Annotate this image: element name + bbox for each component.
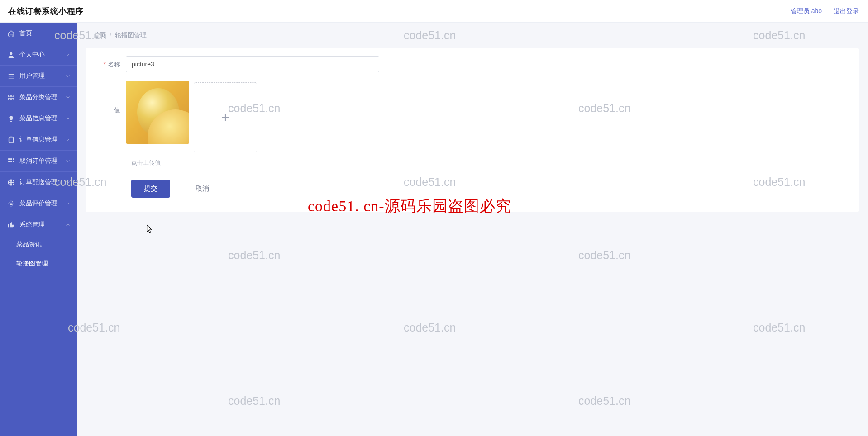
gear-icon (7, 200, 15, 208)
sidebar-item-label: 菜品评价管理 (19, 199, 65, 208)
breadcrumb-home[interactable]: 首页 (93, 31, 106, 39)
sidebar-item-label: 订单信息管理 (19, 136, 65, 144)
chevron-down-icon (65, 158, 71, 164)
submit-button[interactable]: 提交 (131, 180, 170, 198)
sidebar-item-users[interactable]: 用户管理 (0, 65, 77, 86)
sub-item-carousel[interactable]: 轮播图管理 (0, 254, 77, 273)
sidebar-item-system[interactable]: 系统管理 (0, 214, 77, 235)
svg-rect-4 (9, 137, 14, 142)
logout-link[interactable]: 退出登录 (834, 7, 859, 15)
admin-link[interactable]: 管理员 abo (791, 7, 822, 15)
breadcrumb-separator: / (110, 32, 111, 39)
sidebar-item-label: 菜品分类管理 (19, 93, 65, 101)
chevron-down-icon (65, 73, 71, 79)
upload-add-button[interactable]: + (194, 82, 257, 152)
name-input[interactable] (126, 56, 379, 72)
svg-point-0 (10, 52, 13, 55)
thumb-icon (7, 221, 15, 229)
uploaded-image-thumbnail[interactable] (126, 81, 189, 144)
sub-item-news[interactable]: 菜品资讯 (0, 235, 77, 254)
chevron-down-icon (65, 95, 71, 100)
sidebar-item-profile[interactable]: 个人中心 (0, 44, 77, 65)
chevron-up-icon (65, 222, 71, 227)
form-card: *名称 值 + 点击上传值 提交 取消 (86, 48, 859, 212)
svg-rect-9 (10, 161, 12, 162)
svg-rect-8 (8, 161, 10, 162)
sidebar-item-order[interactable]: 订单信息管理 (0, 129, 77, 150)
header-bar: 在线订餐系统小程序 管理员 abo 退出登录 (0, 0, 868, 23)
breadcrumb: 首页 / 轮播图管理 (77, 23, 868, 48)
sidebar-item-label: 系统管理 (19, 221, 65, 229)
form-label-value: 值 (95, 81, 126, 139)
sidebar-item-label: 菜品信息管理 (19, 114, 65, 123)
sub-item-label: 菜品资讯 (16, 241, 42, 249)
chevron-down-icon (65, 137, 71, 142)
sidebar-item-home[interactable]: 首页 (0, 23, 77, 44)
plus-icon: + (221, 109, 230, 126)
globe-icon (7, 179, 15, 186)
breadcrumb-current: 轮播图管理 (115, 31, 147, 39)
sidebar-item-label: 订单配送管理 (19, 178, 65, 186)
home-icon (7, 29, 15, 37)
svg-rect-6 (10, 158, 12, 160)
sub-item-label: 轮播图管理 (16, 260, 48, 268)
button-row: 提交 取消 (131, 180, 850, 198)
upload-hint: 点击上传值 (131, 159, 850, 167)
clipboard-icon (7, 136, 15, 144)
chevron-down-icon (65, 180, 71, 185)
svg-point-12 (10, 203, 12, 204)
upload-area: + (126, 81, 257, 152)
expand-icon (7, 94, 15, 101)
chevron-down-icon (65, 201, 71, 206)
required-asterisk: * (104, 61, 106, 68)
sidebar-item-dish[interactable]: 菜品信息管理 (0, 108, 77, 129)
chevron-down-icon (65, 116, 71, 121)
form-label-name: *名称 (95, 56, 126, 72)
sidebar-item-label: 首页 (19, 29, 71, 38)
svg-rect-10 (13, 161, 14, 162)
sidebar-item-label: 用户管理 (19, 72, 65, 80)
cancel-button[interactable]: 取消 (183, 180, 222, 198)
svg-rect-7 (13, 158, 14, 160)
svg-rect-5 (8, 158, 10, 160)
grid-icon (7, 157, 15, 165)
bulb-icon (7, 115, 15, 123)
sidebar-item-cancel[interactable]: 取消订单管理 (0, 150, 77, 171)
chevron-down-icon (65, 52, 71, 57)
sidebar-item-label: 个人中心 (19, 51, 65, 59)
list-icon (7, 72, 15, 80)
sidebar-item-review[interactable]: 菜品评价管理 (0, 193, 77, 214)
app-title: 在线订餐系统小程序 (8, 6, 84, 17)
sidebar-item-category[interactable]: 菜品分类管理 (0, 86, 77, 108)
form-row-value: 值 + (95, 81, 850, 152)
sidebar: 首页 个人中心 用户管理 菜品分类管理 菜品信息管理 订单信息管理 (0, 23, 77, 436)
user-icon (7, 51, 15, 59)
form-row-name: *名称 (95, 56, 850, 72)
sidebar-item-delivery[interactable]: 订单配送管理 (0, 171, 77, 193)
sidebar-item-label: 取消订单管理 (19, 157, 65, 165)
main-content: 首页 / 轮播图管理 *名称 值 + 点击上传值 (77, 23, 868, 436)
